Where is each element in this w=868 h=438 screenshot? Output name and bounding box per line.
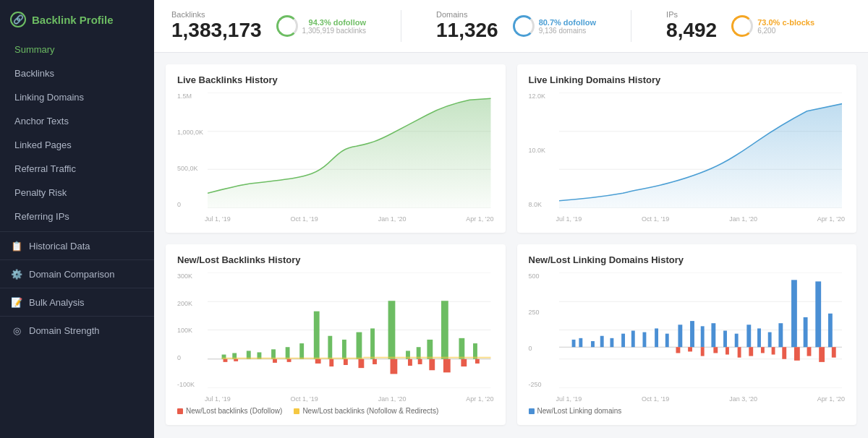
sidebar-item-penalty-risk[interactable]: Penalty Risk (0, 181, 154, 205)
svg-rect-19 (286, 347, 290, 359)
sidebar-logo: 🔗 Backlink Profile (0, 0, 154, 38)
svg-rect-48 (475, 359, 480, 364)
chart-new-lost-domains: New/Lost Linking Domains History 500 250… (517, 244, 857, 425)
sidebar-section-label: Bulk Analysis (29, 297, 85, 308)
legend-dofollow-label: New/Lost backlinks (Dofollow) (186, 407, 282, 415)
svg-rect-83 (700, 347, 704, 356)
live-backlinks-chart: 1.5M 1,000,0K 500,0K 0 (177, 93, 494, 223)
stat-backlinks: Backlinks 1,383,173 94.3% dofollow 1,305… (171, 10, 401, 42)
historical-data-icon: 📋 (10, 239, 23, 252)
svg-rect-86 (737, 347, 741, 357)
chart-live-backlinks: Live Backlinks History 1.5M 1,000,0K 500… (166, 64, 506, 233)
domains-circle (513, 15, 535, 37)
stat-ips: IPs 8,492 73.0% c-blocks 6,200 (666, 10, 814, 42)
sidebar: 🔗 Backlink Profile Summary Backlinks Lin… (0, 0, 154, 438)
live-backlinks-yaxis: 1.5M 1,000,0K 500,0K 0 (177, 93, 205, 208)
sidebar-item-backlinks[interactable]: Backlinks (0, 61, 154, 85)
svg-rect-40 (358, 359, 364, 368)
domain-strength-icon: ◎ (10, 324, 23, 337)
live-domains-plot (559, 93, 843, 208)
svg-rect-43 (408, 359, 412, 366)
svg-rect-33 (224, 359, 228, 362)
live-backlinks-plot (208, 93, 491, 208)
sidebar-item-summary[interactable]: Summary (0, 38, 154, 61)
sidebar-section-label: Historical Data (29, 241, 90, 252)
svg-rect-64 (642, 332, 646, 348)
stat-domains: Domains 11,326 80.7% dofollow 9,136 doma… (436, 10, 631, 42)
new-lost-domains-chart: 500 250 0 -250 (529, 272, 846, 403)
backlink-logo-icon: 🔗 (10, 12, 26, 27)
new-lost-backlinks-chart: 300K 200K 100K 0 -100K (177, 272, 494, 403)
sidebar-section-bulk-analysis[interactable]: 📝 Bulk Analysis (0, 288, 154, 313)
live-domains-yaxis: 12.0K 10.0K 8.0K (529, 93, 556, 208)
svg-rect-69 (700, 326, 704, 347)
legend-dofollow-dot (177, 408, 183, 414)
svg-rect-47 (461, 359, 467, 366)
svg-rect-84 (713, 347, 718, 353)
svg-rect-36 (287, 359, 292, 362)
new-lost-domains-xaxis: Jul 1, '19 Oct 1, '19 Jan 3, '20 Apr 1, … (556, 395, 846, 403)
new-lost-domains-legend: New/Lost Linking domains (529, 407, 846, 415)
sidebar-item-anchor-texts[interactable]: Anchor Texts (0, 109, 154, 133)
svg-rect-44 (418, 359, 422, 364)
chart-new-lost-backlinks: New/Lost Backlinks History 300K 200K 100… (166, 244, 506, 425)
domains-subtext: 9,136 domains (539, 27, 596, 35)
svg-rect-85 (726, 347, 729, 354)
svg-rect-58 (579, 338, 582, 347)
legend-nofollow-label: New/Lost backlinks (Nofollow & Redirects… (302, 407, 438, 415)
svg-rect-46 (443, 359, 451, 373)
svg-rect-31 (459, 338, 464, 359)
svg-rect-22 (328, 336, 332, 359)
sidebar-nav: Summary Backlinks Linking Domains Anchor… (0, 38, 154, 341)
backlinks-circle (276, 15, 298, 37)
svg-rect-92 (807, 347, 811, 356)
svg-rect-34 (234, 359, 238, 361)
ips-value: 8,492 (666, 19, 717, 42)
svg-rect-77 (791, 280, 797, 347)
svg-rect-38 (329, 359, 333, 366)
svg-rect-81 (676, 347, 680, 353)
sidebar-section-label: Domain Comparison (29, 269, 115, 280)
svg-rect-67 (678, 325, 682, 347)
sidebar-section-label: Domain Strength (29, 325, 100, 336)
live-domains-xaxis: Jul 1, '19 Oct 1, '19 Jan 1, '20 Apr 1, … (556, 215, 846, 223)
sidebar-section-historical-data[interactable]: 📋 Historical Data (0, 231, 154, 257)
charts-grid: Live Backlinks History 1.5M 1,000,0K 500… (154, 53, 868, 437)
sidebar-item-linking-domains[interactable]: Linking Domains (0, 85, 154, 109)
sidebar-item-linked-pages[interactable]: Linked Pages (0, 133, 154, 157)
domains-value: 11,326 (436, 19, 498, 42)
sidebar-item-label: Referring IPs (14, 211, 69, 222)
domains-badge: 80.7% dofollow (539, 18, 596, 27)
sidebar-section-domain-comparison[interactable]: ⚙️ Domain Comparison (0, 259, 154, 285)
new-lost-backlinks-yaxis: 300K 200K 100K 0 -100K (177, 272, 205, 388)
svg-rect-30 (441, 301, 448, 359)
svg-rect-62 (621, 334, 625, 348)
legend-dofollow: New/Lost backlinks (Dofollow) (177, 407, 282, 415)
sidebar-item-referral-traffic[interactable]: Referral Traffic (0, 157, 154, 181)
svg-rect-35 (273, 359, 277, 363)
svg-rect-20 (299, 343, 304, 359)
svg-rect-32 (473, 343, 477, 359)
svg-rect-59 (591, 341, 595, 347)
new-lost-domains-plot (559, 272, 843, 388)
legend-linking-domains-label: New/Lost Linking domains (537, 407, 622, 415)
new-lost-backlinks-plot (208, 272, 491, 388)
sidebar-item-label: Penalty Risk (14, 187, 67, 198)
svg-rect-70 (711, 323, 715, 347)
svg-rect-72 (734, 334, 738, 348)
ips-circle (731, 15, 753, 37)
svg-rect-78 (803, 317, 807, 347)
sidebar-section-domain-strength[interactable]: ◎ Domain Strength (0, 316, 154, 341)
svg-rect-25 (370, 328, 375, 358)
svg-rect-45 (429, 359, 435, 370)
sidebar-item-referring-ips[interactable]: Referring IPs (0, 205, 154, 228)
chart-live-domains: Live Linking Domains History 12.0K 10.0K… (517, 64, 857, 233)
sidebar-item-label: Backlinks (14, 68, 54, 79)
svg-rect-90 (782, 347, 786, 359)
svg-rect-39 (344, 359, 348, 365)
sidebar-logo-text: Backlink Profile (32, 14, 114, 26)
svg-rect-79 (815, 281, 821, 347)
sidebar-item-label: Linking Domains (14, 92, 84, 103)
svg-rect-94 (831, 347, 835, 357)
backlinks-value: 1,383,173 (171, 19, 262, 42)
